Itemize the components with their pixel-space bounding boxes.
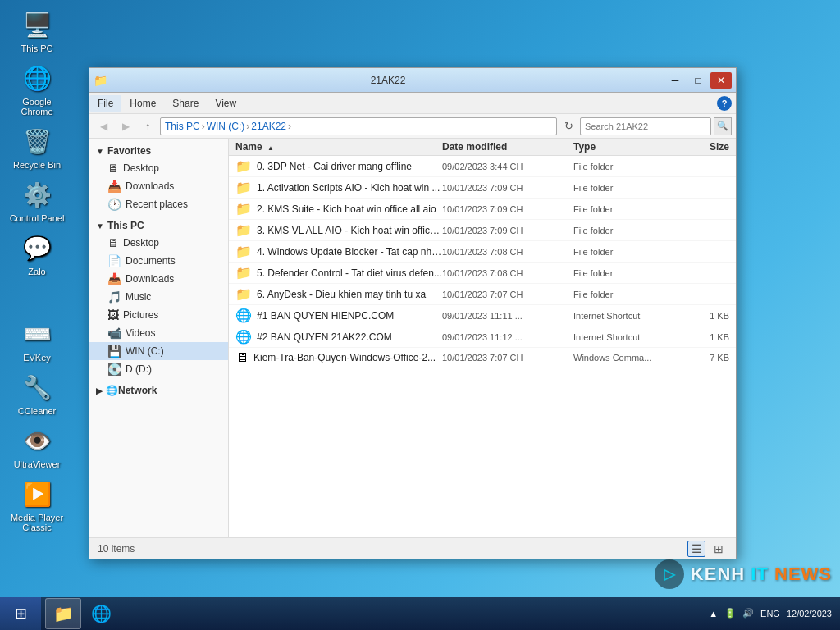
window-title: 21AK22 — [112, 75, 664, 86]
maximize-button[interactable]: □ — [687, 72, 709, 89]
taskbar-chrome-button[interactable]: 🌐 — [83, 598, 119, 629]
zalo-icon: 💬 — [21, 231, 53, 264]
view-controls: ☰ ⊞ — [687, 541, 728, 557]
tray-volume[interactable]: 🔊 — [742, 608, 754, 619]
sidebar-item-videos[interactable]: 📹 Videos — [89, 324, 228, 342]
sidebar-item-documents[interactable]: 📄 Documents — [89, 252, 228, 270]
file-date: 10/01/2023 7:09 CH — [442, 204, 573, 214]
menu-view[interactable]: View — [207, 95, 244, 112]
content-area: ▼ Favorites 🖥 Desktop 📥 Downloads 🕐 Rece… — [89, 139, 736, 537]
window-icon: 📁 — [94, 74, 107, 87]
col-header-size[interactable]: Size — [680, 141, 729, 153]
col-header-date[interactable]: Date modified — [442, 141, 573, 153]
sidebar-item-recent-places[interactable]: 🕐 Recent places — [89, 195, 228, 213]
network-header[interactable]: ▶ 🌐 Network — [89, 382, 228, 399]
start-button[interactable]: ⊞ — [0, 597, 41, 630]
taskbar-explorer-button[interactable]: 📁 — [45, 598, 81, 629]
menu-file[interactable]: File — [89, 95, 121, 112]
table-row[interactable]: 🌐 #1 BAN QUYEN HIENPC.COM 09/01/2023 11:… — [229, 305, 736, 326]
minimize-button[interactable]: ─ — [664, 72, 686, 89]
file-name: #1 BAN QUYEN HIENPC.COM — [257, 310, 442, 322]
refresh-button[interactable]: ↻ — [559, 117, 578, 135]
col-header-type[interactable]: Type — [573, 141, 680, 153]
desktop-icon-zalo[interactable]: 💬 Zalo — [8, 231, 66, 276]
desktop-icon-control-panel[interactable]: ⚙️ Control Panel — [8, 178, 66, 223]
file-type: File folder — [573, 183, 680, 193]
sidebar-item-music[interactable]: 🎵 Music — [89, 288, 228, 306]
media-player-icon: ▶️ — [21, 477, 53, 510]
cmd-icon: 🖥 — [235, 350, 249, 365]
favorites-header[interactable]: ▼ Favorites — [89, 143, 228, 159]
table-row[interactable]: 📁 5. Defender Control - Tat diet virus d… — [229, 262, 736, 284]
favorites-label: Favorites — [107, 145, 151, 157]
address-bar: ◀ ▶ ↑ This PC › WIN (C:) › 21AK22 › ↻ 🔍 — [89, 114, 736, 139]
table-row[interactable]: 📁 1. Activation Scripts AIO - Kich hoat … — [229, 177, 736, 199]
close-button[interactable]: ✕ — [710, 72, 732, 89]
table-row[interactable]: 🌐 #2 BAN QUYEN 21AK22.COM 09/01/2023 11:… — [229, 326, 736, 348]
desktop-icon-chrome[interactable]: 🌐 Google Chrome — [8, 62, 66, 116]
table-row[interactable]: 📁 2. KMS Suite - Kich hoat win office al… — [229, 199, 736, 220]
this-pc-label: This PC — [107, 220, 144, 231]
recycle-bin-icon: 🗑️ — [21, 125, 53, 158]
file-name: 1. Activation Scripts AIO - Kich hoat wi… — [257, 182, 442, 194]
favorites-section: ▼ Favorites 🖥 Desktop 📥 Downloads 🕐 Rece… — [89, 143, 228, 213]
up-button[interactable]: ↑ — [138, 117, 158, 135]
sidebar-item-downloads2[interactable]: 📥 Downloads — [89, 270, 228, 288]
details-view-button[interactable]: ☰ — [687, 541, 705, 557]
search-input[interactable] — [580, 117, 711, 135]
menu-share[interactable]: Share — [164, 95, 207, 112]
path-segment-21ak22[interactable]: 21AK22 — [251, 121, 286, 132]
pictures-icon: 🖼 — [107, 308, 119, 322]
back-button[interactable]: ◀ — [94, 117, 113, 135]
shortcut-icon: 🌐 — [235, 308, 252, 323]
search-button[interactable]: 🔍 — [714, 117, 732, 135]
network-section: ▶ 🌐 Network — [89, 382, 228, 399]
table-row[interactable]: 📁 6. AnyDesk - Dieu khien may tinh tu xa… — [229, 284, 736, 305]
file-date: 10/01/2023 7:08 CH — [442, 247, 573, 257]
folder-icon: 📁 — [235, 286, 252, 302]
taskbar-datetime[interactable]: 12/02/2023 — [787, 608, 832, 619]
desktop-icon-this-pc[interactable]: 🖥️ This PC — [8, 8, 66, 53]
explorer-window: 📁 21AK22 ─ □ ✕ File Home Share View ? ◀ … — [89, 67, 737, 559]
desktop-icon-recycle-bin[interactable]: 🗑️ Recycle Bin — [8, 125, 66, 170]
path-segment-win-c[interactable]: WIN (C:) — [207, 121, 245, 132]
desktop-icon-media-player[interactable]: ▶️ Media Player Classic — [8, 477, 66, 532]
tray-lang[interactable]: ENG — [760, 609, 780, 619]
this-pc-header[interactable]: ▼ This PC — [89, 217, 228, 234]
taskbar-time: 12/02/2023 — [787, 608, 832, 619]
file-size: 1 KB — [680, 332, 729, 342]
sidebar-item-pictures[interactable]: 🖼 Pictures — [89, 306, 228, 324]
sidebar-item-desktop[interactable]: 🖥 Desktop — [89, 159, 228, 177]
sidebar-item-downloads[interactable]: 📥 Downloads — [89, 177, 228, 195]
file-size: 1 KB — [680, 311, 729, 321]
file-type: File folder — [573, 204, 680, 214]
table-row[interactable]: 📁 4. Windows Update Blocker - Tat cap nh… — [229, 241, 736, 262]
title-bar: 📁 21AK22 ─ □ ✕ — [89, 68, 736, 93]
d-drive-icon: 💽 — [107, 363, 121, 376]
file-date: 09/01/2023 11:12 ... — [442, 332, 573, 342]
forward-button[interactable]: ▶ — [116, 117, 135, 135]
sidebar-item-desktop2[interactable]: 🖥 Desktop — [89, 234, 228, 252]
desktop-icon-evkey[interactable]: ⌨️ EVKey — [8, 317, 66, 363]
file-name: 2. KMS Suite - Kich hoat win office all … — [257, 203, 442, 215]
this-pc-section: ▼ This PC 🖥 Desktop 📄 Documents 📥 Downlo… — [89, 217, 228, 378]
file-name: #2 BAN QUYEN 21AK22.COM — [257, 331, 442, 343]
sidebar-item-win-c[interactable]: 💾 WIN (C:) — [89, 342, 228, 360]
file-size: 7 KB — [680, 353, 729, 363]
network-arrow: ▶ — [96, 386, 103, 395]
table-row[interactable]: 🖥 Kiem-Tra-Ban-Quyen-Windows-Office-2...… — [229, 348, 736, 368]
desktop-icon-ccleaner[interactable]: 🔧 CCleaner — [8, 371, 66, 416]
menu-home[interactable]: Home — [121, 95, 164, 112]
table-row[interactable]: 📁 0. 3DP Net - Cai driver mang offline 0… — [229, 156, 736, 177]
col-header-name[interactable]: Name ▲ — [235, 141, 442, 153]
help-button[interactable]: ? — [717, 96, 732, 111]
documents-icon: 📄 — [107, 254, 121, 267]
large-icon-view-button[interactable]: ⊞ — [710, 541, 728, 557]
tray-expand[interactable]: ▲ — [709, 609, 718, 619]
address-path[interactable]: This PC › WIN (C:) › 21AK22 › — [160, 117, 557, 135]
sidebar-item-d-drive[interactable]: 💽 D (D:) — [89, 360, 228, 378]
desktop-icon-ultraviewer[interactable]: 👁️ UltraViewer — [8, 424, 66, 469]
path-segment-this-pc[interactable]: This PC — [165, 121, 200, 132]
folder-icon: 📁 — [235, 265, 252, 281]
table-row[interactable]: 📁 3. KMS VL ALL AIO - Kich hoat win offi… — [229, 220, 736, 241]
